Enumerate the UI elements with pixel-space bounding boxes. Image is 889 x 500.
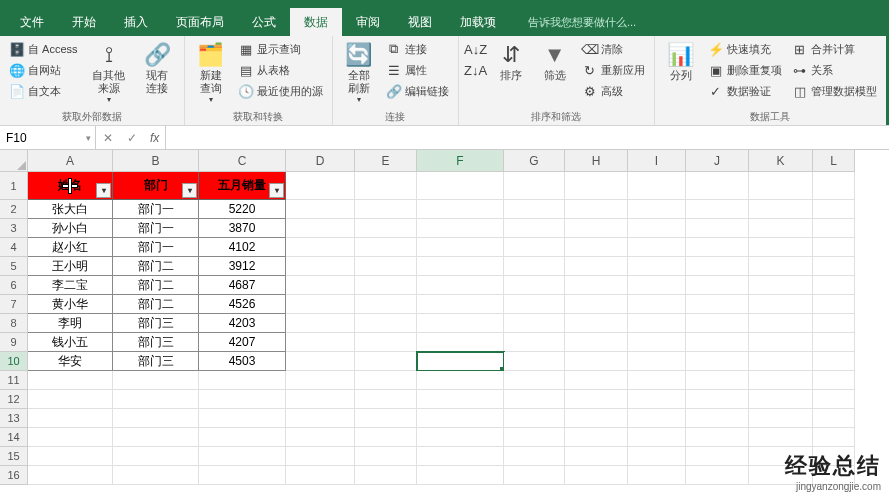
cell-A9[interactable]: 钱小五 xyxy=(28,333,113,352)
tab-view[interactable]: 视图 xyxy=(394,8,446,36)
data-validation-button[interactable]: ✓数据验证 xyxy=(705,81,785,101)
cell-C12[interactable] xyxy=(199,390,286,409)
cell-H14[interactable] xyxy=(565,428,628,447)
cell-K2[interactable] xyxy=(749,200,813,219)
edit-links-button[interactable]: 🔗编辑链接 xyxy=(383,81,452,101)
cell-J5[interactable] xyxy=(686,257,749,276)
cell-K12[interactable] xyxy=(749,390,813,409)
cell-E7[interactable] xyxy=(355,295,417,314)
cell-B8[interactable]: 部门三 xyxy=(113,314,199,333)
name-box[interactable]: F10 xyxy=(0,126,96,149)
cell-D4[interactable] xyxy=(286,238,355,257)
cell-F6[interactable] xyxy=(417,276,504,295)
cell-C6[interactable]: 4687 xyxy=(199,276,286,295)
cell-A11[interactable] xyxy=(28,371,113,390)
cell-F10[interactable] xyxy=(417,352,504,371)
cell-G3[interactable] xyxy=(504,219,565,238)
cell-A10[interactable]: 华安 xyxy=(28,352,113,371)
cell-F9[interactable] xyxy=(417,333,504,352)
cell-L7[interactable] xyxy=(813,295,855,314)
cell-D9[interactable] xyxy=(286,333,355,352)
cell-E14[interactable] xyxy=(355,428,417,447)
cell-B7[interactable]: 部门二 xyxy=(113,295,199,314)
cell-A13[interactable] xyxy=(28,409,113,428)
cell-I14[interactable] xyxy=(628,428,686,447)
cell-B13[interactable] xyxy=(113,409,199,428)
cell-G5[interactable] xyxy=(504,257,565,276)
cell-G7[interactable] xyxy=(504,295,565,314)
cell-D10[interactable] xyxy=(286,352,355,371)
formula-input[interactable] xyxy=(166,126,889,149)
cell-G13[interactable] xyxy=(504,409,565,428)
cell-I12[interactable] xyxy=(628,390,686,409)
cell-A14[interactable] xyxy=(28,428,113,447)
filter-button[interactable]: ▼筛选 xyxy=(535,39,575,84)
cell-F12[interactable] xyxy=(417,390,504,409)
new-query-button[interactable]: 🗂️新建 查询▾ xyxy=(191,39,231,107)
cell-F4[interactable] xyxy=(417,238,504,257)
cell-H16[interactable] xyxy=(565,466,628,485)
cell-B3[interactable]: 部门一 xyxy=(113,219,199,238)
cell-A3[interactable]: 孙小白 xyxy=(28,219,113,238)
cell-H11[interactable] xyxy=(565,371,628,390)
col-header-B[interactable]: B xyxy=(113,150,199,172)
cell-K8[interactable] xyxy=(749,314,813,333)
cell-E3[interactable] xyxy=(355,219,417,238)
cell-E16[interactable] xyxy=(355,466,417,485)
cell-C5[interactable]: 3912 xyxy=(199,257,286,276)
data-model-button[interactable]: ◫管理数据模型 xyxy=(789,81,880,101)
cell-B4[interactable]: 部门一 xyxy=(113,238,199,257)
cell-A12[interactable] xyxy=(28,390,113,409)
cell-D6[interactable] xyxy=(286,276,355,295)
row-header[interactable]: 16 xyxy=(0,466,28,485)
row-header[interactable]: 6 xyxy=(0,276,28,295)
cell-A7[interactable]: 黄小华 xyxy=(28,295,113,314)
cell-D11[interactable] xyxy=(286,371,355,390)
cell-E9[interactable] xyxy=(355,333,417,352)
cell-D15[interactable] xyxy=(286,447,355,466)
col-header-A[interactable]: A xyxy=(28,150,113,172)
cell-D5[interactable] xyxy=(286,257,355,276)
cell-F13[interactable] xyxy=(417,409,504,428)
cell-I6[interactable] xyxy=(628,276,686,295)
cell-E13[interactable] xyxy=(355,409,417,428)
cell-L5[interactable] xyxy=(813,257,855,276)
remove-dup-button[interactable]: ▣删除重复项 xyxy=(705,60,785,80)
connections-button[interactable]: ⧉连接 xyxy=(383,39,452,59)
cell-L6[interactable] xyxy=(813,276,855,295)
cell-D2[interactable] xyxy=(286,200,355,219)
cell-I11[interactable] xyxy=(628,371,686,390)
cell-B16[interactable] xyxy=(113,466,199,485)
cell-C8[interactable]: 4203 xyxy=(199,314,286,333)
cell-G9[interactable] xyxy=(504,333,565,352)
cell-H2[interactable] xyxy=(565,200,628,219)
cell-J16[interactable] xyxy=(686,466,749,485)
recent-sources-button[interactable]: 🕓最近使用的源 xyxy=(235,81,326,101)
cell-G1[interactable] xyxy=(504,172,565,200)
show-queries-button[interactable]: ▦显示查询 xyxy=(235,39,326,59)
cell-J12[interactable] xyxy=(686,390,749,409)
cell-I16[interactable] xyxy=(628,466,686,485)
cell-K7[interactable] xyxy=(749,295,813,314)
cell-F7[interactable] xyxy=(417,295,504,314)
cell-A1[interactable]: 姓名▾ xyxy=(28,172,113,200)
cell-E2[interactable] xyxy=(355,200,417,219)
advanced-filter-button[interactable]: ⚙高级 xyxy=(579,81,648,101)
cell-G12[interactable] xyxy=(504,390,565,409)
cell-E4[interactable] xyxy=(355,238,417,257)
row-header[interactable]: 11 xyxy=(0,371,28,390)
sort-desc-button[interactable]: Z↓A xyxy=(465,60,487,80)
row-header[interactable]: 15 xyxy=(0,447,28,466)
cell-I10[interactable] xyxy=(628,352,686,371)
cell-B2[interactable]: 部门一 xyxy=(113,200,199,219)
cell-L12[interactable] xyxy=(813,390,855,409)
tab-home[interactable]: 开始 xyxy=(58,8,110,36)
cell-A5[interactable]: 王小明 xyxy=(28,257,113,276)
cell-J7[interactable] xyxy=(686,295,749,314)
cell-F15[interactable] xyxy=(417,447,504,466)
sort-button[interactable]: ⇵排序 xyxy=(491,39,531,84)
cell-C13[interactable] xyxy=(199,409,286,428)
tab-pagelayout[interactable]: 页面布局 xyxy=(162,8,238,36)
cell-K10[interactable] xyxy=(749,352,813,371)
cell-L3[interactable] xyxy=(813,219,855,238)
